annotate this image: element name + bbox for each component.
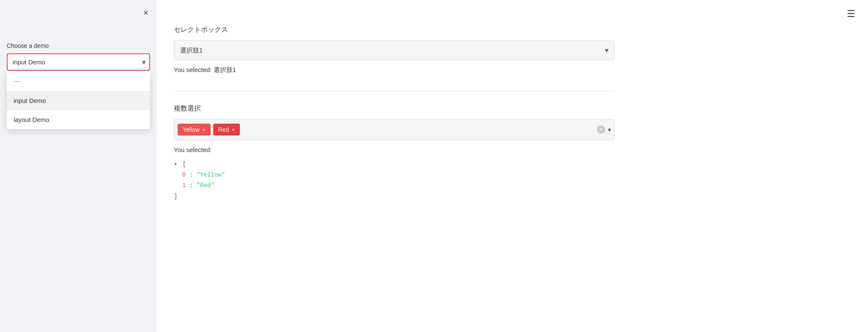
dropdown-menu: — input Demo layout Demo xyxy=(7,72,150,129)
tag-yellow: Yellow × xyxy=(178,124,211,136)
json-index-1: 1 xyxy=(182,182,186,189)
hamburger-menu-button[interactable]: ☰ xyxy=(847,8,855,19)
close-button[interactable]: × xyxy=(143,8,148,17)
sidebar: × Choose a demo ▾ — input Demo layout De… xyxy=(0,0,157,332)
multi-you-selected-label: You selected: xyxy=(174,146,851,153)
json-toggle-icon[interactable]: ▾ xyxy=(174,161,177,168)
json-value-1: "Red" xyxy=(197,182,214,189)
json-value-0: "Yellow" xyxy=(197,172,225,178)
json-open-line: ▾ [ xyxy=(174,159,851,170)
select-you-selected: You selected: 選択肢1 xyxy=(174,66,851,74)
demo-select-wrapper: ▾ — input Demo layout Demo xyxy=(7,53,150,71)
tag-red-label: Red xyxy=(218,126,229,133)
multi-select-controls: × ▾ xyxy=(597,125,611,134)
multi-select-section: 複数選択 Yellow × Red × × ▾ You selected: ▾ xyxy=(174,104,851,202)
tag-yellow-label: Yellow xyxy=(183,126,200,133)
dropdown-item-layout-demo[interactable]: layout Demo xyxy=(7,110,150,129)
dropdown-item-dash[interactable]: — xyxy=(7,72,150,91)
multi-select-box[interactable]: Yellow × Red × xyxy=(174,119,615,140)
select-section: セレクトボックス 選択肢1選択肢2選択肢3 ▾ You selected: 選択… xyxy=(174,25,851,74)
select-section-title: セレクトボックス xyxy=(174,25,851,34)
tag-yellow-remove[interactable]: × xyxy=(202,127,206,133)
select-box[interactable]: 選択肢1選択肢2選択肢3 xyxy=(174,40,615,60)
json-output: ▾ [ 0 : "Yellow" 1 : "Red" ] xyxy=(174,159,851,202)
demo-select-input[interactable] xyxy=(7,53,150,71)
section-divider xyxy=(174,91,615,91)
json-item-1: 1 : "Red" xyxy=(174,180,851,191)
clear-button[interactable]: × xyxy=(597,125,605,134)
tag-red: Red × xyxy=(213,124,240,136)
multi-select-title: 複数選択 xyxy=(174,104,851,113)
dropdown-item-input-demo[interactable]: input Demo xyxy=(7,91,150,110)
multi-select-chevron-icon[interactable]: ▾ xyxy=(608,126,611,134)
main-content: ☰ セレクトボックス 選択肢1選択肢2選択肢3 ▾ You selected: … xyxy=(157,0,868,332)
json-index-0: 0 xyxy=(182,172,186,178)
multi-select-wrapper: Yellow × Red × × ▾ xyxy=(174,119,615,140)
json-open-bracket: [ xyxy=(183,161,186,168)
select-box-wrapper: 選択肢1選択肢2選択肢3 ▾ xyxy=(174,40,615,60)
choose-demo-label: Choose a demo xyxy=(7,42,150,49)
json-item-0: 0 : "Yellow" xyxy=(174,170,851,180)
json-close-line: ] xyxy=(174,191,851,202)
tag-red-remove[interactable]: × xyxy=(231,127,235,133)
json-close-bracket: ] xyxy=(174,193,177,200)
